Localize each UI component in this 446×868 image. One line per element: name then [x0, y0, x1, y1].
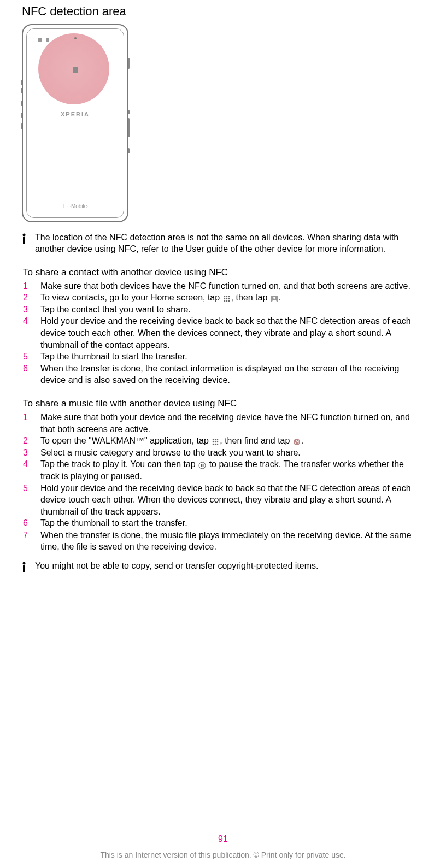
svg-point-18	[217, 441, 219, 443]
page-number: 91	[218, 834, 228, 844]
section-heading: To share a contact with another device u…	[22, 267, 424, 278]
svg-rect-1	[23, 237, 25, 244]
svg-point-19	[213, 444, 214, 445]
step-number: 3	[22, 447, 31, 459]
svg-point-7	[228, 298, 230, 300]
note-row: The location of the NFC detection area i…	[22, 232, 424, 255]
svg-point-26	[23, 562, 26, 565]
svg-rect-27	[23, 565, 25, 572]
step-text: Tap the thumbnail to start the transfer.	[40, 351, 424, 363]
svg-point-22	[294, 439, 300, 445]
svg-point-23	[199, 462, 206, 469]
svg-point-10	[228, 300, 230, 302]
step-text: When the transfer is done, the music fil…	[40, 529, 424, 553]
svg-point-14	[215, 439, 216, 441]
exclamation-icon	[22, 560, 28, 575]
walkman-icon	[293, 437, 301, 445]
step-number: 2	[22, 435, 31, 447]
note-text: You might not be able to copy, send or t…	[35, 560, 424, 572]
step-text: Tap the contact that you want to share.	[40, 304, 424, 316]
svg-point-13	[213, 439, 214, 441]
section-heading: To share a music file with another devic…	[22, 398, 424, 409]
list-item: 2 To view contacts, go to your Home scre…	[22, 292, 424, 304]
list-item: 7 When the transfer is done, the music f…	[22, 529, 424, 553]
svg-point-6	[226, 298, 227, 300]
svg-point-9	[226, 300, 227, 302]
svg-point-8	[224, 300, 225, 302]
note-row: You might not be able to copy, send or t…	[22, 560, 424, 575]
svg-point-21	[217, 444, 219, 445]
svg-point-12	[273, 297, 275, 299]
svg-point-15	[217, 439, 219, 441]
svg-point-0	[23, 234, 26, 237]
svg-point-3	[226, 296, 227, 298]
svg-rect-24	[201, 464, 202, 467]
step-text: When the transfer is done, the contact i…	[40, 363, 424, 386]
step-text: Make sure that both your device and the …	[40, 411, 424, 435]
step-number: 7	[22, 529, 31, 541]
step-text: Make sure that both devices have the NFC…	[40, 280, 424, 292]
step-number: 2	[22, 292, 31, 304]
step-number: 5	[22, 482, 31, 494]
list-item: 3 Tap the contact that you want to share…	[22, 304, 424, 316]
contacts-icon	[271, 294, 278, 302]
list-item: 4 Hold your device and the receiving dev…	[22, 315, 424, 351]
step-number: 3	[22, 304, 31, 316]
svg-point-2	[224, 296, 225, 298]
svg-point-17	[215, 441, 216, 443]
list-item: 6 When the transfer is done, the contact…	[22, 363, 424, 386]
svg-rect-25	[203, 464, 204, 467]
list-item: 5 Tap the thumbnail to start the transfe…	[22, 351, 424, 363]
svg-point-16	[213, 441, 214, 443]
list-item: 1 Make sure that both your device and th…	[22, 411, 424, 435]
list-item: 4 Tap the track to play it. You can then…	[22, 458, 424, 482]
page-title: NFC detection area	[22, 4, 424, 19]
apps-grid-icon	[223, 294, 231, 302]
step-number: 4	[22, 315, 31, 327]
step-text: Select a music category and browse to th…	[40, 447, 424, 459]
step-number: 5	[22, 351, 31, 363]
list-item: 1 Make sure that both devices have the N…	[22, 280, 424, 292]
step-number: 1	[22, 280, 31, 292]
footer-text: This is an Internet version of this publ…	[100, 851, 345, 859]
svg-point-5	[224, 298, 225, 300]
pause-icon	[198, 460, 206, 468]
steps-list-contact: 1 Make sure that both devices have the N…	[22, 280, 424, 386]
exclamation-icon	[22, 232, 28, 246]
step-number: 4	[22, 458, 31, 470]
step-number: 1	[22, 411, 31, 423]
steps-list-music: 1 Make sure that both your device and th…	[22, 411, 424, 553]
note-text: The location of the NFC detection area i…	[35, 232, 424, 255]
apps-grid-icon	[212, 437, 219, 445]
step-text: Hold your device and the receiving devic…	[40, 482, 424, 518]
list-item: 5 Hold your device and the receiving dev…	[22, 482, 424, 518]
svg-point-20	[215, 444, 216, 445]
step-text: Hold your device and the receiving devic…	[40, 315, 424, 351]
tmobile-logo: T · ·Mobile·	[62, 203, 89, 209]
step-text: Tap the thumbnail to start the transfer.	[40, 517, 424, 529]
step-text: Tap the track to play it. You can then t…	[40, 458, 424, 482]
phone-illustration: XPERIA T · ·Mobile·	[22, 24, 128, 222]
xperia-logo: XPERIA	[61, 111, 90, 117]
step-number: 6	[22, 517, 31, 529]
list-item: 6 Tap the thumbnail to start the transfe…	[22, 517, 424, 529]
step-text: To view contacts, go to your Home screen…	[40, 292, 424, 304]
step-number: 6	[22, 363, 31, 375]
list-item: 2 To open the "WALKMAN™" application, ta…	[22, 435, 424, 447]
step-text: To open the "WALKMAN™" application, tap …	[40, 435, 424, 447]
list-item: 3 Select a music category and browse to …	[22, 447, 424, 459]
svg-point-4	[228, 296, 230, 298]
